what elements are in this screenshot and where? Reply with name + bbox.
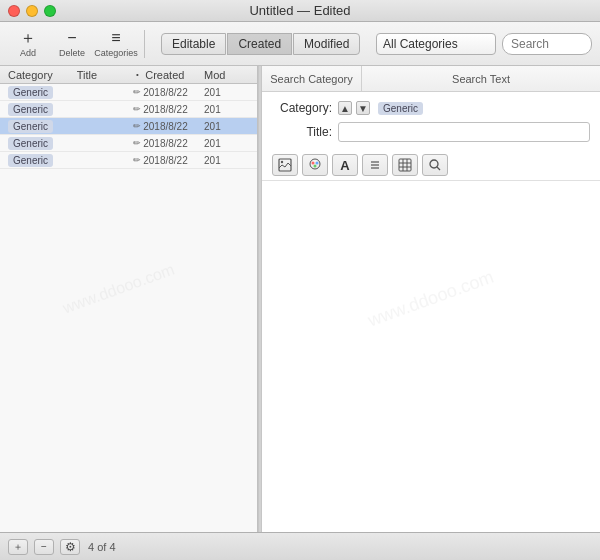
table-row[interactable]: Generic ✏ 2018/8/22 201 xyxy=(0,84,257,101)
tab-created[interactable]: Created xyxy=(227,33,292,55)
svg-rect-9 xyxy=(399,159,411,171)
toolbar-left: ＋ Add − Delete ≡ Categories Editable Cre… xyxy=(8,26,360,62)
stepper-down-button[interactable]: ▼ xyxy=(356,101,370,115)
col-header-dot: • xyxy=(132,70,144,79)
remove-record-button[interactable]: − xyxy=(34,539,54,555)
categories-label: Categories xyxy=(94,48,138,58)
svg-point-3 xyxy=(312,162,315,165)
search-category-label: Search Category xyxy=(262,66,362,91)
title-label: Title: xyxy=(272,125,332,139)
category-label: Category: xyxy=(272,101,332,115)
category-dropdown: ▲ ▼ Generic xyxy=(338,100,427,116)
watermark: www.ddooo.com xyxy=(365,267,496,332)
search-input[interactable] xyxy=(502,33,592,55)
add-button[interactable]: ＋ Add xyxy=(8,26,48,62)
categories-button[interactable]: ≡ Categories xyxy=(96,26,136,62)
tab-editable[interactable]: Editable xyxy=(161,33,226,55)
window-title: Untitled — Edited xyxy=(249,3,350,18)
svg-point-5 xyxy=(314,165,317,168)
settings-button[interactable]: ⚙ xyxy=(60,539,80,555)
row-created: 2018/8/22 xyxy=(143,138,204,149)
row-category: Generic xyxy=(4,120,73,133)
pencil-icon: ✏ xyxy=(131,87,143,97)
record-count: 4 of 4 xyxy=(88,541,116,553)
category-filter-select[interactable]: All Categories xyxy=(376,33,496,55)
category-row: Category: ▲ ▼ Generic xyxy=(272,100,590,116)
plus-icon: ＋ xyxy=(20,30,36,46)
row-created: 2018/8/22 xyxy=(143,121,204,132)
titlebar: Untitled — Edited xyxy=(0,0,600,22)
svg-point-4 xyxy=(316,162,319,165)
editor-btn-image[interactable] xyxy=(272,154,298,176)
minus-icon: − xyxy=(67,30,76,46)
minimize-button[interactable] xyxy=(26,5,38,17)
bottom-bar: ＋ − ⚙ 4 of 4 xyxy=(0,532,600,560)
row-modified: 201 xyxy=(204,121,253,132)
pencil-icon: ✏ xyxy=(131,138,143,148)
row-created: 2018/8/22 xyxy=(143,87,204,98)
svg-rect-0 xyxy=(279,159,291,171)
col-header-created: Created xyxy=(143,69,204,81)
row-modified: 201 xyxy=(204,138,253,149)
search-text-label: Search Text xyxy=(362,73,600,85)
right-panel: Search Category Search Text Category: ▲ … xyxy=(262,66,600,532)
form-area: Category: ▲ ▼ Generic Title: xyxy=(262,92,600,150)
delete-button[interactable]: − Delete xyxy=(52,26,92,62)
title-input-wrapper xyxy=(338,122,590,142)
editor-btn-search[interactable] xyxy=(422,154,448,176)
pencil-icon: ✏ xyxy=(131,104,143,114)
toolbar-separator xyxy=(144,30,145,58)
maximize-button[interactable] xyxy=(44,5,56,17)
delete-label: Delete xyxy=(59,48,85,58)
col-header-modified: Mod xyxy=(204,69,253,81)
table-body: Generic ✏ 2018/8/22 201 Generic ✏ 2018/8… xyxy=(0,84,257,532)
col-header-title: Title xyxy=(73,69,132,81)
traffic-lights xyxy=(8,5,56,17)
row-modified: 201 xyxy=(204,155,253,166)
tab-group: Editable Created Modified xyxy=(161,33,360,55)
tab-modified[interactable]: Modified xyxy=(293,33,360,55)
pencil-icon: ✏ xyxy=(131,155,143,165)
close-button[interactable] xyxy=(8,5,20,17)
add-label: Add xyxy=(20,48,36,58)
row-modified: 201 xyxy=(204,104,253,115)
main-content: Category Title • Created Mod Generic ✏ 2… xyxy=(0,66,600,532)
category-current-value: Generic xyxy=(374,100,427,116)
col-header-category: Category xyxy=(4,69,73,81)
editor-btn-color[interactable] xyxy=(302,154,328,176)
title-input[interactable] xyxy=(338,122,590,142)
svg-point-1 xyxy=(281,161,283,163)
toolbar-right: All Categories xyxy=(376,33,592,55)
table-row[interactable]: Generic ✏ 2018/8/22 201 xyxy=(0,152,257,169)
stepper-up-button[interactable]: ▲ xyxy=(338,101,352,115)
table-row[interactable]: Generic ✏ 2018/8/22 201 xyxy=(0,135,257,152)
editor-btn-font[interactable]: A xyxy=(332,154,358,176)
table-row[interactable]: Generic ✏ 2018/8/22 201 xyxy=(0,118,257,135)
toolbar: ＋ Add − Delete ≡ Categories Editable Cre… xyxy=(0,22,600,66)
column-headers: Category Title • Created Mod xyxy=(0,66,257,84)
editor-btn-list[interactable] xyxy=(362,154,388,176)
row-category: Generic xyxy=(4,103,73,116)
row-created: 2018/8/22 xyxy=(143,104,204,115)
editor-toolbar: A xyxy=(262,150,600,181)
left-panel: Category Title • Created Mod Generic ✏ 2… xyxy=(0,66,258,532)
pencil-icon: ✏ xyxy=(131,121,143,131)
title-row: Title: xyxy=(272,122,590,142)
row-category: Generic xyxy=(4,154,73,167)
categories-icon: ≡ xyxy=(111,30,120,46)
row-modified: 201 xyxy=(204,87,253,98)
row-category: Generic xyxy=(4,86,73,99)
search-row: Search Category Search Text xyxy=(262,66,600,92)
table-row[interactable]: Generic ✏ 2018/8/22 201 xyxy=(0,101,257,118)
row-created: 2018/8/22 xyxy=(143,155,204,166)
editor-btn-table[interactable] xyxy=(392,154,418,176)
svg-line-15 xyxy=(437,167,440,170)
svg-point-14 xyxy=(430,160,438,168)
add-record-button[interactable]: ＋ xyxy=(8,539,28,555)
row-category: Generic xyxy=(4,137,73,150)
